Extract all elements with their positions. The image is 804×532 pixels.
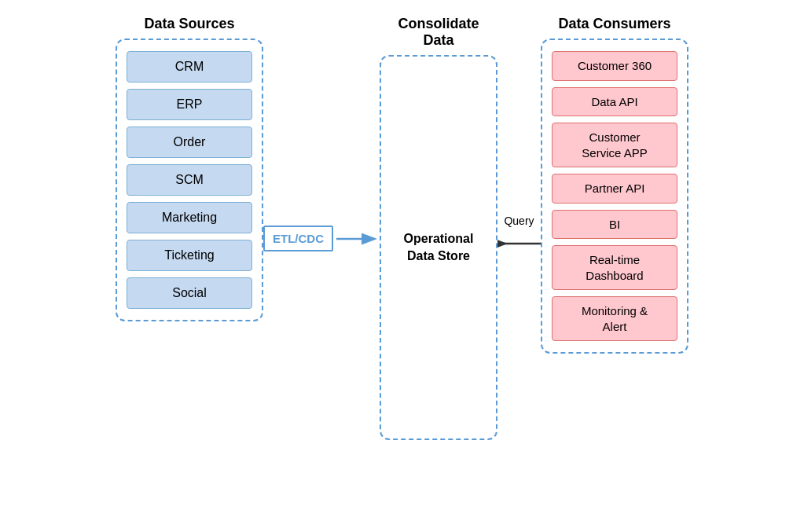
consolidate-dashed-box: OperationalData Store xyxy=(380,55,497,440)
source-crm: CRM xyxy=(127,51,252,83)
consolidate-section: ConsolidateData OperationalData Store xyxy=(380,16,497,440)
data-sources-section: Data Sources CRM ERP Order SCM Marketing… xyxy=(116,16,263,321)
etl-arrow-icon xyxy=(336,227,380,251)
source-erp: ERP xyxy=(127,89,252,120)
etl-label: ETL/CDC xyxy=(263,226,333,251)
source-ticketing: Ticketing xyxy=(127,240,252,271)
consumer-customer360: Customer 360 xyxy=(552,51,677,81)
sources-dashed-box: CRM ERP Order SCM Marketing Ticketing So… xyxy=(116,39,263,321)
consumer-bi: BI xyxy=(552,210,677,240)
diagram-container: Data Sources CRM ERP Order SCM Marketing… xyxy=(0,0,804,532)
source-order: Order xyxy=(127,127,252,158)
consumer-partnerapi: Partner API xyxy=(552,174,677,204)
consumer-realtimedashboard: Real-timeDashboard xyxy=(552,245,677,290)
consumers-dashed-box: Customer 360 Data API CustomerService AP… xyxy=(541,39,688,354)
consolidate-title: ConsolidateData xyxy=(398,16,479,49)
etl-arrow-section: ETL/CDC xyxy=(263,16,380,440)
consumer-monitoringalert: Monitoring &Alert xyxy=(552,296,677,341)
consumer-dataapi: Data API xyxy=(552,87,677,117)
source-marketing: Marketing xyxy=(127,202,252,233)
consumers-title: Data Consumers xyxy=(558,16,670,32)
sources-title: Data Sources xyxy=(144,16,234,32)
query-arrow-icon xyxy=(497,232,541,255)
data-consumers-section: Data Consumers Customer 360 Data API Cus… xyxy=(541,16,688,354)
ops-data-store-label: OperationalData Store xyxy=(404,230,474,266)
source-scm: SCM xyxy=(127,164,252,196)
consumer-customerserviceapp: CustomerService APP xyxy=(552,123,677,167)
query-label: Query xyxy=(504,215,534,227)
query-arrow-section: Query xyxy=(497,16,541,440)
source-social: Social xyxy=(127,277,252,309)
